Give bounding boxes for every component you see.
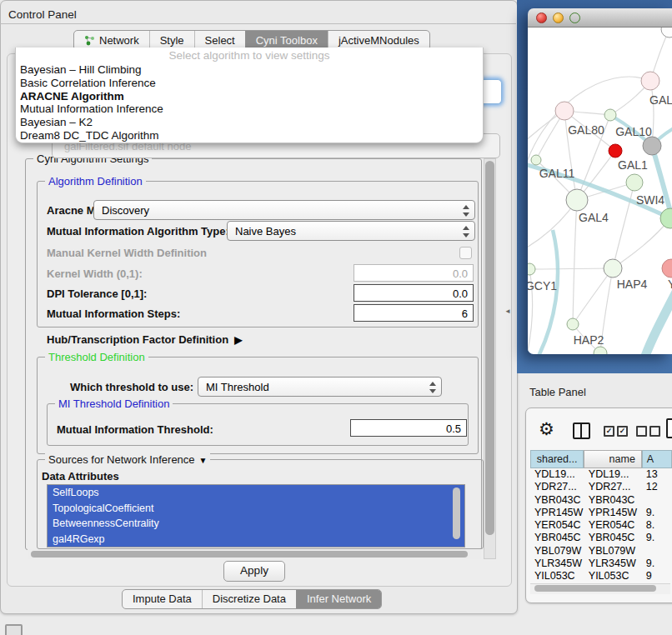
table-horizontal-scrollbar-thumb[interactable] [534, 585, 656, 592]
table-cell: YDR27... [530, 481, 584, 493]
minimized-panel-icon[interactable] [5, 624, 23, 635]
expand-right-icon: ▶ [234, 334, 242, 346]
hub-definition-label: Hub/Transcription Factor Definition [47, 333, 228, 346]
table-cell: 9 [643, 570, 672, 582]
network-node[interactable] [661, 28, 672, 38]
dpi-tolerance-field[interactable]: 0.0 [354, 284, 474, 302]
network-node[interactable] [643, 137, 661, 155]
attribute-item[interactable]: SelfLoops [48, 485, 464, 501]
document-icon[interactable] [666, 418, 672, 438]
data-attributes-label: Data Attributes [42, 470, 119, 482]
table-row[interactable]: YIL053CYIL053C9 [530, 570, 672, 582]
network-node[interactable] [531, 155, 541, 165]
deselect-all-checkbox-icon[interactable] [636, 426, 647, 437]
network-node[interactable] [594, 347, 607, 354]
dropdown-item[interactable]: ARACNE Algorithm [16, 90, 483, 103]
table-row[interactable]: YER054CYER054C8. [530, 519, 672, 532]
tab-label: Impute Data [133, 590, 192, 608]
select-all-checkbox-icon[interactable]: ✓ [604, 426, 614, 437]
screen: Control Panel ✕ Network Style Select Cyn… [0, 0, 672, 635]
apply-button[interactable]: Apply [223, 561, 285, 582]
close-traffic-light-icon[interactable] [536, 12, 547, 23]
tab-impute-data[interactable]: Impute Data [123, 590, 202, 608]
network-node[interactable] [567, 318, 579, 330]
table-cell: YIL053C [584, 570, 643, 582]
network-canvas[interactable]: GALGAL80GAL10GAL1GAL11SWI4GAL4GCY1HAP4YH… [528, 28, 672, 354]
table-row[interactable]: YLR345WYLR345W9. [530, 558, 672, 570]
column-header-shared-name[interactable]: shared... [530, 450, 584, 468]
network-node[interactable] [662, 259, 672, 278]
spinner-arrows-icon [462, 226, 469, 238]
dropdown-item[interactable]: Dream8 DC_TDC Algorithm [16, 129, 483, 142]
which-threshold-label: Which threshold to use: [70, 381, 193, 393]
table-header-row: shared... name A [530, 450, 672, 468]
mi-type-combo[interactable]: Naive Bayes [227, 221, 475, 241]
sources-title: Sources for Network Inference [48, 453, 195, 466]
table-row[interactable]: YBR043CYBR043C [530, 494, 672, 507]
network-node[interactable] [609, 144, 622, 158]
tab-discretize-data[interactable]: Discretize Data [202, 590, 296, 608]
table-cell: YER054C [530, 519, 584, 532]
table-cell: YLR345W [584, 558, 643, 570]
attribute-item[interactable]: gal4RGexp [48, 532, 464, 548]
aracne-mode-combo[interactable]: Discovery [93, 200, 475, 220]
network-node[interactable] [626, 174, 643, 191]
minimize-traffic-light-icon[interactable] [553, 12, 564, 23]
dropdown-item[interactable]: Basic Correlation Inference [16, 77, 483, 90]
sources-expander[interactable]: Sources for Network Inference▼ [45, 453, 210, 466]
network-node[interactable] [641, 72, 659, 90]
column-header-next[interactable]: A [642, 450, 672, 468]
dropdown-item[interactable]: Mutual Information Inference [16, 102, 483, 116]
which-threshold-combo[interactable]: MI Threshold [198, 377, 442, 397]
attribute-item[interactable]: BetweennessCentrality [48, 516, 464, 532]
column-header-name[interactable]: name [584, 450, 641, 468]
network-window-titlebar[interactable] [528, 8, 672, 28]
table-cell: YBR045C [530, 532, 584, 544]
settings-horizontal-scrollbar-thumb[interactable] [31, 551, 468, 558]
combo-value: Naive Bayes [235, 225, 296, 238]
zoom-traffic-light-icon[interactable] [569, 12, 580, 23]
gear-icon[interactable]: ⚙ [539, 419, 554, 439]
table-row[interactable]: YDR27...YDR27...12 [530, 481, 672, 493]
dropdown-item[interactable]: Bayesian – K2 [16, 116, 483, 129]
table-cell: YLR345W [530, 558, 584, 570]
table-cell [643, 545, 672, 558]
manual-kernel-checkbox[interactable] [459, 247, 472, 259]
table-row[interactable]: YBR045CYBR045C9. [530, 532, 672, 544]
mi-threshold-field[interactable]: 0.5 [350, 419, 467, 437]
dropdown-item[interactable]: Bayesian – Hill Climbing [16, 63, 483, 77]
network-node[interactable] [604, 109, 616, 121]
table-cell: YBR043C [530, 494, 584, 507]
network-node[interactable] [604, 259, 622, 278]
table-cell: YDL19... [584, 468, 643, 481]
table-row[interactable]: YPR145WYPR145W9. [530, 507, 672, 519]
hub-definition-expander[interactable]: Hub/Transcription Factor Definition▶ [47, 333, 242, 346]
panel-divider-grip[interactable]: ◄ [504, 308, 511, 315]
table-cell: YPR145W [584, 507, 643, 519]
kernel-width-field[interactable]: 0.0 [354, 264, 474, 282]
attribute-item[interactable]: TopologicalCoefficient [48, 501, 464, 517]
network-window[interactable]: GALGAL80GAL10GAL1GAL11SWI4GAL4GCY1HAP4YH… [528, 8, 672, 354]
mi-steps-field[interactable]: 6 [354, 304, 474, 322]
mi-threshold-label: Mutual Information Threshold: [57, 423, 213, 436]
attribute-list-scrollbar[interactable] [453, 488, 460, 539]
table-row[interactable]: YDL19...YDL19...13 [530, 468, 672, 481]
network-node[interactable] [660, 208, 672, 228]
data-attributes-list[interactable]: SelfLoopsTopologicalCoefficientBetweenne… [47, 484, 465, 548]
network-node[interactable] [566, 189, 588, 211]
node-label: GAL11 [539, 167, 575, 180]
tab-infer-network[interactable]: Infer Network [296, 590, 381, 608]
table-cell: YDR27... [584, 481, 643, 493]
node-label: GAL [649, 93, 672, 107]
table-cell: 9. [643, 507, 672, 519]
manual-kernel-label: Manual Kernel Width Definition [47, 247, 207, 259]
select-all-checkbox-icon[interactable]: ✓ [617, 426, 628, 437]
network-node[interactable] [555, 102, 574, 120]
columns-icon[interactable] [573, 422, 590, 439]
network-node[interactable] [528, 263, 535, 275]
deselect-all-checkbox-icon[interactable] [649, 426, 660, 437]
settings-vertical-scrollbar-thumb[interactable] [485, 161, 494, 535]
table-cell: 12 [643, 481, 672, 493]
collapse-down-icon: ▼ [199, 456, 208, 465]
table-row[interactable]: YBL079WYBL079W [530, 545, 672, 558]
